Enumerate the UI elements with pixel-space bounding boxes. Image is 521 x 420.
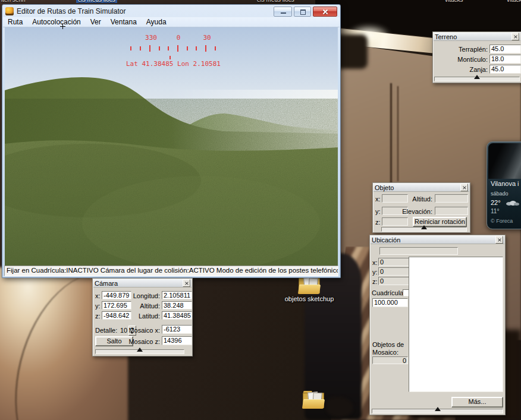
objeto-z-field[interactable] — [382, 217, 408, 226]
desktop-label[interactable]: vitacksi — [507, 0, 521, 3]
weather-temp-low: 11° — [491, 208, 499, 214]
objeto-title: Objeto — [375, 184, 394, 191]
minimize-button[interactable] — [274, 7, 292, 17]
menu-ver[interactable]: Ver — [86, 17, 106, 27]
weather-attribution: © Foreca — [491, 218, 513, 224]
cloud-icon — [506, 201, 519, 206]
terreno-title-bar[interactable]: Terreno — [434, 33, 520, 41]
object-listbox[interactable] — [409, 257, 503, 392]
monticulo-input[interactable]: 18.0 — [489, 55, 521, 64]
terraplen-label: Terraplén: — [438, 46, 488, 53]
tile-objects-count: 0 — [372, 356, 408, 364]
folder-icon — [299, 276, 320, 294]
collapse-arrow-icon — [137, 348, 143, 352]
terreno-title: Terreno — [435, 33, 457, 40]
compass-heading-strip: 330 0 30 Lat 41.38485 Lon 2.10581 — [5, 27, 338, 69]
altitud-label: Altitud: — [124, 302, 160, 310]
camara-z-label: z: — [95, 312, 101, 320]
longitud-input[interactable]: 2.105811 — [162, 291, 192, 299]
desktop: iten senn els meus llocs els meus llocs … — [0, 0, 521, 420]
maximize-button[interactable] — [294, 7, 311, 17]
menu-ventana[interactable]: Ventana — [106, 17, 142, 27]
compass-center-marker — [170, 56, 171, 59]
desktop-label[interactable]: vitacks — [445, 0, 463, 3]
tile-objects-label: Objetos de — [372, 341, 404, 348]
monticulo-label: Montículo: — [438, 56, 488, 63]
more-button[interactable]: Más... — [451, 397, 503, 408]
close-button[interactable] — [313, 7, 337, 17]
terreno-collapse-bar[interactable] — [434, 77, 520, 81]
status-bar: Fijar en Cuadrícula:INACTIVO Cámara del … — [4, 266, 338, 276]
maximize-icon — [300, 10, 306, 15]
weather-day: sábado — [491, 191, 509, 197]
grid-size-input[interactable]: 100.000 — [372, 298, 408, 307]
zanja-label: Zanja: — [438, 66, 488, 73]
minimize-icon — [281, 12, 286, 14]
close-icon[interactable] — [511, 33, 519, 40]
objeto-elevacion-label: Elevación: — [391, 208, 432, 215]
desktop-label-selected[interactable]: els meus llocs — [76, 0, 117, 3]
latlon-readout: Lat 41.38485 Lon 2.10581 — [126, 60, 221, 68]
ubicacion-x-field[interactable]: 0 — [378, 258, 409, 266]
desktop-icon-folder[interactable] — [285, 391, 342, 410]
ubicacion-y-field[interactable]: 0 — [378, 267, 409, 276]
desktop-icon-label: objetos sketchup — [281, 295, 338, 302]
ubicacion-readout-field — [379, 247, 458, 255]
app-icon — [5, 7, 14, 15]
objeto-y-label: y: — [375, 208, 381, 215]
mosaico-x-input[interactable]: -6123 — [162, 325, 192, 334]
terraplen-input[interactable]: 45.0 — [489, 45, 521, 53]
compass-label-330: 330 — [145, 34, 157, 42]
folder-icon — [303, 391, 324, 409]
terreno-palette: Terreno Terraplén: 45.0 Montículo: 18.0 … — [432, 31, 521, 83]
ubicacion-title-bar[interactable]: Ubicación — [371, 236, 504, 244]
objeto-palette: Objeto x: Altitud: y: Elevación: z: Rein… — [372, 182, 470, 233]
camara-x-label: x: — [95, 292, 101, 299]
latitud-input[interactable]: 41.38485 — [162, 311, 192, 320]
ubicacion-x-label: x: — [372, 259, 378, 266]
mouse-cursor — [60, 24, 65, 29]
desktop-label[interactable]: iten senn — [1, 0, 26, 3]
train-door-seam — [397, 86, 398, 181]
ubicacion-collapse-bar[interactable] — [372, 409, 503, 413]
objeto-altitud-field[interactable] — [435, 194, 468, 203]
zanja-input[interactable]: 45.0 — [489, 65, 521, 74]
altitud-input[interactable]: 38.248 — [162, 301, 192, 310]
camara-title: Cámara — [95, 280, 118, 287]
close-icon[interactable] — [495, 236, 503, 244]
ubicacion-z-field[interactable]: 0 — [378, 277, 409, 285]
mosaico-z-input[interactable]: 14396 — [162, 336, 192, 345]
ubicacion-y-label: y: — [372, 269, 378, 276]
objeto-elevacion-field[interactable] — [435, 207, 468, 215]
menu-ruta[interactable]: Ruta — [3, 17, 27, 27]
camara-palette: Cámara x: -449.879 Longitud: 2.105811 y:… — [92, 278, 193, 356]
terrain-viewport[interactable]: 330 0 30 Lat 41.38485 Lon 2.10581 — [5, 27, 338, 267]
objeto-collapse-bar[interactable] — [381, 227, 467, 232]
close-icon[interactable] — [183, 279, 190, 287]
menu-ayuda[interactable]: Ayuda — [142, 17, 171, 27]
weather-gadget-photo — [488, 143, 521, 179]
top-desktop-labels: iten senn els meus llocs els meus llocs … — [0, 0, 521, 4]
window-title: Editor de Rutas de Train Simulator — [17, 7, 125, 15]
objeto-title-bar[interactable]: Objeto — [374, 184, 469, 192]
weather-location: Vilanova i — [491, 180, 519, 187]
camara-collapse-bar[interactable] — [95, 349, 184, 354]
ubicacion-title: Ubicación — [372, 236, 400, 244]
menu-bar: Ruta Autocolocación Ver Ventana Ayuda — [3, 17, 340, 27]
objeto-z-label: z: — [375, 219, 381, 226]
latitud-label: Latitud: — [124, 312, 160, 320]
tile-objects-label: Mosaico: — [372, 349, 398, 356]
camara-y-label: y: — [95, 302, 101, 310]
desktop-icon-objetos-sketchup[interactable]: objetos sketchup — [281, 276, 338, 302]
compass-label-0: 0 — [177, 34, 181, 42]
collapse-arrow-icon — [421, 225, 427, 229]
weather-gadget[interactable]: Vilanova i sábado 22° 11° © Foreca — [487, 141, 521, 229]
menu-autocolocacion[interactable]: Autocolocación — [27, 17, 85, 27]
camara-title-bar[interactable]: Cámara — [93, 279, 192, 288]
mosaico-z-label: Mosaico z: — [121, 338, 160, 345]
desktop-label[interactable]: els meus llocs — [257, 0, 294, 3]
collapse-arrow-icon — [474, 75, 480, 79]
weather-temp-high: 22° — [491, 199, 501, 206]
close-icon[interactable] — [460, 184, 468, 191]
longitud-label: Longitud: — [124, 292, 160, 299]
